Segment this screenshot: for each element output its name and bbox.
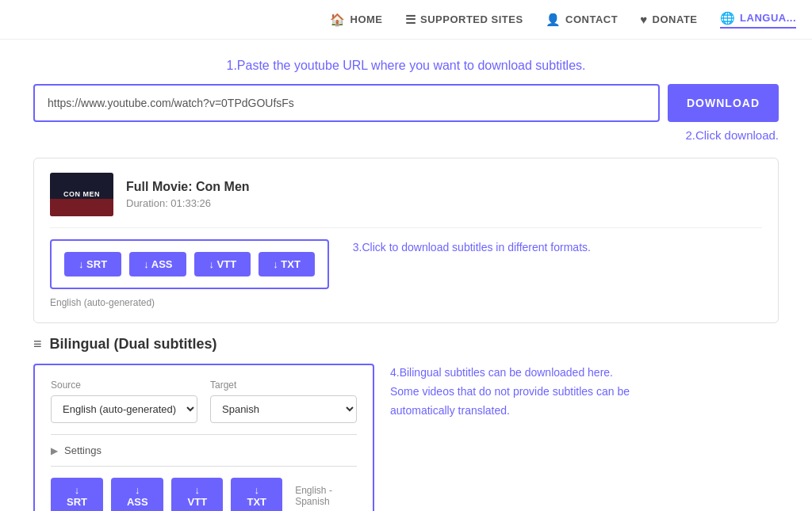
nav-supported-sites[interactable]: ☰ SUPPORTED SITES [405, 13, 523, 27]
url-box [33, 84, 660, 122]
bilingual-row: Source English (auto-generated) Target S… [33, 364, 779, 511]
nav-home[interactable]: 🏠 HOME [330, 13, 383, 27]
settings-label: Settings [64, 444, 102, 456]
nav-language[interactable]: 🌐 LANGUA... [720, 11, 796, 29]
heart-icon: ♥ [640, 13, 647, 26]
step3-hint: 3.Click to download subtitles in differe… [353, 239, 762, 256]
settings-row[interactable]: ▶ Settings [51, 434, 357, 467]
step1-label: 1.Paste the youtube URL where you want t… [33, 59, 779, 73]
home-icon: 🏠 [330, 13, 346, 27]
nav-donate[interactable]: ♥ DONATE [640, 13, 697, 26]
main-content: 1.Paste the youtube URL where you want t… [17, 40, 795, 511]
bilingual-fields: Source English (auto-generated) Target S… [51, 379, 357, 423]
video-card: CON MEN Full Movie: Con Men Duration: 01… [33, 158, 779, 323]
source-field-group: Source English (auto-generated) [51, 379, 197, 423]
source-label: Source [51, 379, 197, 391]
url-input[interactable] [48, 97, 645, 109]
list-icon: ☰ [405, 13, 416, 27]
vtt-button[interactable]: ↓ VTT [194, 252, 251, 276]
ass-bi-button[interactable]: ↓ ASS [111, 478, 163, 511]
bilingual-title: Bilingual (Dual subtitles) [50, 336, 217, 353]
bilingual-lang-label: English - Spanish [295, 485, 357, 507]
navigation: 🏠 HOME ☰ SUPPORTED SITES 👤 CONTACT ♥ DON… [0, 0, 812, 40]
bilingual-box: Source English (auto-generated) Target S… [33, 364, 374, 511]
vtt-bi-button[interactable]: ↓ VTT [171, 478, 223, 511]
subtitle-lang: English (auto-generated) [50, 297, 329, 308]
contact-icon: 👤 [546, 13, 561, 27]
video-duration: Duration: 01:33:26 [126, 197, 250, 209]
step2-label: 2.Click download. [33, 128, 779, 142]
nav-contact[interactable]: 👤 CONTACT [546, 13, 619, 27]
format-buttons-box: ↓ SRT ↓ ASS ↓ VTT ↓ TXT [50, 239, 329, 289]
srt-button[interactable]: ↓ SRT [64, 252, 121, 276]
ass-button[interactable]: ↓ ASS [129, 252, 186, 276]
video-title: Full Movie: Con Men [126, 180, 250, 194]
target-field-group: Target Spanish French German Chinese Jap… [210, 379, 357, 423]
bilingual-icon: ≡ [33, 336, 42, 353]
source-select[interactable]: English (auto-generated) [51, 395, 197, 423]
url-row: DOWNLOAD [33, 84, 779, 122]
video-meta: Full Movie: Con Men Duration: 01:33:26 [126, 180, 250, 209]
step4-hint: 4.Bilingual subtitles can be downloaded … [390, 364, 779, 420]
txt-bi-button[interactable]: ↓ TXT [231, 478, 282, 511]
download-button[interactable]: DOWNLOAD [668, 84, 779, 122]
language-icon: 🌐 [720, 11, 736, 25]
target-label: Target [210, 379, 357, 391]
video-thumbnail: CON MEN [50, 173, 113, 216]
settings-arrow-icon: ▶ [51, 445, 58, 456]
txt-button[interactable]: ↓ TXT [259, 252, 315, 276]
video-info: CON MEN Full Movie: Con Men Duration: 01… [50, 173, 762, 228]
bilingual-header: ≡ Bilingual (Dual subtitles) [33, 336, 779, 353]
bilingual-format-buttons: ↓ SRT ↓ ASS ↓ VTT ↓ TXT English - Spanis… [51, 478, 357, 511]
formats-section: ↓ SRT ↓ ASS ↓ VTT ↓ TXT English (auto-ge… [50, 239, 762, 308]
target-select[interactable]: Spanish French German Chinese Japanese K… [210, 395, 357, 423]
srt-bi-button[interactable]: ↓ SRT [51, 478, 103, 511]
